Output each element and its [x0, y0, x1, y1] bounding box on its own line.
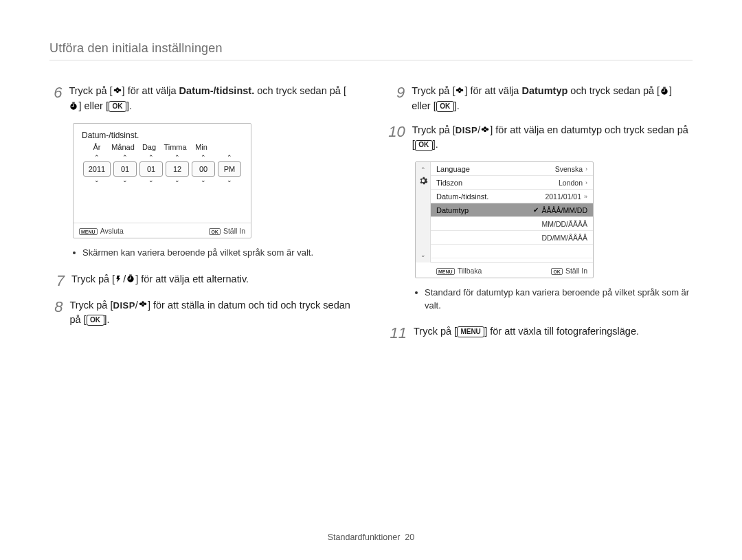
- val: 2011/01/01»: [545, 192, 587, 201]
- lbl: År: [84, 143, 110, 151]
- chevron-right-icon: ›: [585, 166, 587, 172]
- step-body: Tryck på [MENU] för att växla till fotog…: [414, 324, 639, 341]
- txt: ] för att välja: [122, 85, 179, 96]
- val: Svenska›: [555, 165, 587, 173]
- foot-right: OKStäll In: [209, 227, 245, 236]
- menu-icon: MENU: [436, 268, 455, 275]
- step-number: 8: [49, 298, 63, 328]
- chevron-down-icon: ⌄: [122, 177, 128, 183]
- step-7: 7 Tryck på [/] för att välja ett alterna…: [49, 272, 355, 289]
- lbl: [214, 143, 240, 151]
- step-number: 9: [387, 84, 405, 113]
- flower-icon: [480, 123, 490, 137]
- bullet-icon: [415, 291, 418, 294]
- step-number: 11: [387, 324, 407, 341]
- row-datetype: Datumtyp✔ÅÅÅÅ/MM/DD: [431, 203, 593, 217]
- foot-right: OKStäll In: [551, 267, 587, 276]
- step-6: 6 Tryck på [] för att välja Datum-/tidsi…: [49, 84, 355, 113]
- step-number: 10: [387, 123, 405, 153]
- val: 12: [166, 161, 189, 177]
- page-title: Utföra den initiala inställningen: [49, 41, 693, 60]
- txt: ].: [454, 100, 460, 111]
- txt: Tryck på [: [69, 85, 112, 96]
- spin-min: ⌃00⌄: [192, 154, 215, 184]
- txt: ] för att växla till fotograferingsläge.: [484, 326, 639, 337]
- chevron-right-icon: ›: [585, 179, 587, 186]
- left-column: 6 Tryck på [] för att välja Datum-/tidsi…: [49, 84, 355, 350]
- val: 01: [139, 161, 163, 177]
- chevron-up-icon: ⌃: [148, 155, 154, 161]
- ok-icon: OK: [109, 101, 126, 112]
- txt: Tryck på [: [71, 273, 115, 284]
- txt: ].: [104, 314, 110, 325]
- txt: Tryck på [: [414, 326, 457, 337]
- chevron-up-icon: ⌃: [94, 155, 100, 161]
- ok-icon: OK: [436, 101, 454, 112]
- ok-icon: OK: [209, 228, 221, 235]
- ok-icon: OK: [415, 140, 433, 151]
- row-datetime: Datum-/tidsinst.2011/01/01»: [431, 190, 593, 203]
- screen-datetype: ⌃ ⌄ LanguageSvenska› TidszonLondon› Datu…: [415, 161, 594, 278]
- chevron-down-icon: ⌄: [148, 177, 154, 183]
- txt: Datumtyp: [521, 85, 567, 96]
- spin-month: ⌃01⌄: [113, 154, 137, 184]
- chevron-up-icon: ⌃: [201, 155, 206, 161]
- lbl: Language: [436, 165, 470, 173]
- step-body: Tryck på [DISP/] för att välja en datumt…: [412, 123, 693, 153]
- row-empty: [431, 245, 593, 258]
- bullet-icon: [73, 251, 76, 254]
- foot-left: MENUTillbaka: [436, 267, 482, 276]
- menu-icon: MENU: [457, 326, 484, 337]
- note-text: Skärmen kan variera beroende på vilket s…: [82, 247, 313, 259]
- lbl: Timma: [162, 143, 188, 151]
- columns: 6 Tryck på [] för att välja Datum-/tidsi…: [49, 84, 693, 350]
- flower-icon: [455, 85, 464, 99]
- spin-year: ⌃2011⌄: [83, 154, 111, 184]
- manual-page: Utföra den initiala inställningen 6 Tryc…: [0, 0, 742, 560]
- val: MM/DD/ÅÅÅÅ: [541, 220, 587, 228]
- footer-page: 20: [405, 533, 414, 542]
- val: PM: [218, 161, 241, 177]
- txt: Avsluta: [100, 227, 124, 235]
- disp-icon: DISP: [456, 125, 477, 135]
- lbl: Tidszon: [436, 179, 462, 187]
- chevron-down-icon: ⌄: [227, 177, 232, 183]
- chevron-right-icon: »: [584, 193, 587, 200]
- chevron-down-icon: ⌄: [94, 177, 100, 183]
- txt: och tryck sedan på [: [254, 85, 346, 96]
- timer-icon: [126, 272, 135, 287]
- step-number: 6: [49, 84, 62, 113]
- row-timezone: TidszonLondon›: [431, 176, 593, 190]
- step-body: Tryck på [/] för att välja ett alternati…: [71, 272, 249, 289]
- step-8: 8 Tryck på [DISP/] för att ställa in dat…: [49, 298, 355, 328]
- row-opt3: DD/MM/ÅÅÅÅ: [431, 231, 593, 245]
- txt: ] för att välja: [464, 85, 521, 96]
- screen-footer: MENUAvsluta OKStäll In: [74, 223, 251, 238]
- txt: Tillbaka: [458, 267, 482, 275]
- txt: Tryck på [: [412, 85, 455, 96]
- spinner-labels: År Månad Dag Timma Min: [74, 143, 251, 154]
- txt: och tryck sedan på [: [567, 85, 660, 96]
- step-number: 7: [49, 272, 65, 289]
- lbl: Datum-/tidsinst.: [436, 192, 488, 201]
- row-opt2: MM/DD/ÅÅÅÅ: [431, 217, 593, 231]
- right-column: 9 Tryck på [] för att välja Datumtyp och…: [387, 84, 693, 350]
- step-body: Tryck på [DISP/] för att ställa in datum…: [69, 298, 355, 328]
- check-icon: ✔: [533, 206, 539, 214]
- menu-rows: LanguageSvenska› TidszonLondon› Datum-/t…: [431, 162, 593, 258]
- flower-icon: [138, 298, 148, 313]
- spin-ampm: ⌃PM⌄: [218, 154, 241, 184]
- lbl: Dag: [136, 143, 162, 151]
- disp-icon: DISP: [113, 300, 135, 311]
- ok-icon: OK: [87, 315, 104, 326]
- val: London›: [559, 179, 587, 187]
- txt: ] eller [: [78, 100, 109, 111]
- txt: Datum-/tidsinst.: [179, 85, 255, 96]
- sidebar: ⌃ ⌄: [416, 162, 431, 262]
- step-body: Tryck på [] för att välja Datumtyp och t…: [412, 84, 693, 113]
- chevron-down-icon: ⌄: [175, 177, 180, 183]
- val: 2011: [83, 161, 111, 177]
- page-footer: Standardfunktioner 20: [0, 533, 742, 542]
- txt: ] för att välja ett alternativ.: [135, 273, 249, 284]
- step-9: 9 Tryck på [] för att välja Datumtyp och…: [387, 84, 693, 113]
